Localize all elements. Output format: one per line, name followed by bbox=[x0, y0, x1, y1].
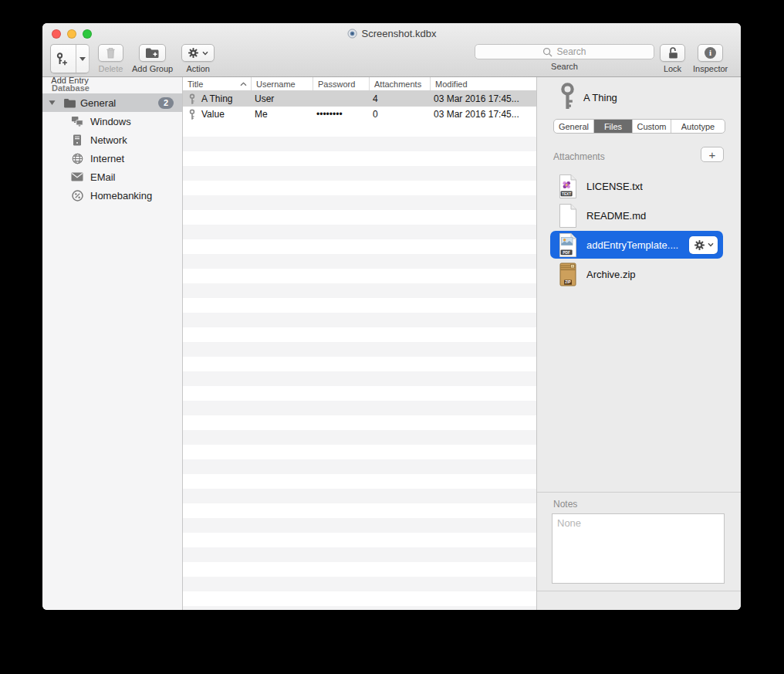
table-row-empty bbox=[183, 371, 536, 386]
inspector-bottom-divider bbox=[537, 591, 741, 591]
search-input[interactable]: Search bbox=[475, 44, 654, 59]
gear-icon bbox=[188, 47, 199, 59]
notes-divider bbox=[537, 492, 741, 493]
table-row[interactable]: A ThingUser403 Mar 2016 17:45... bbox=[183, 91, 536, 107]
svg-text:PDF: PDF bbox=[563, 250, 570, 254]
sort-asc-icon bbox=[240, 82, 247, 86]
table-row-empty bbox=[183, 591, 536, 606]
add-entry-dropdown-button[interactable] bbox=[76, 45, 89, 73]
delete-button[interactable] bbox=[98, 44, 123, 62]
folder-icon bbox=[63, 98, 76, 108]
table-row-empty bbox=[183, 562, 536, 577]
column-header-label: Password bbox=[318, 80, 355, 89]
sidebar: Database General2WindowsNetworkInternetE… bbox=[42, 77, 183, 610]
sidebar-item-general[interactable]: General2 bbox=[42, 93, 182, 112]
column-header-attachments[interactable]: Attachments bbox=[370, 77, 431, 90]
document-icon bbox=[347, 29, 357, 39]
zip-file-icon: ZIP bbox=[558, 262, 578, 286]
svg-text:TEXT: TEXT bbox=[562, 191, 571, 195]
tab-custom[interactable]: Custom bbox=[633, 120, 671, 133]
tab-files[interactable]: Files bbox=[594, 120, 633, 133]
sidebar-item-label: Windows bbox=[90, 116, 131, 127]
svg-text:ZIP: ZIP bbox=[565, 280, 571, 284]
attachment-row[interactable]: README.md bbox=[537, 201, 741, 230]
toolbar-item-label: Delete bbox=[99, 64, 123, 73]
zoom-button[interactable] bbox=[83, 29, 92, 39]
table-row-empty bbox=[183, 547, 536, 562]
lock-group: Lock bbox=[660, 44, 685, 73]
table-row-empty bbox=[183, 445, 536, 459]
table-row-empty bbox=[183, 342, 536, 357]
close-button[interactable] bbox=[52, 29, 61, 39]
globe-icon bbox=[71, 153, 83, 164]
entry-title: A Thing bbox=[201, 93, 232, 104]
entry-title: A Thing bbox=[583, 92, 617, 103]
table-row-empty bbox=[183, 254, 536, 269]
inspector-button[interactable]: i bbox=[698, 44, 723, 62]
toolbar-item-add-entry: Add Entry bbox=[50, 44, 90, 73]
table-row[interactable]: ValueMe••••••••003 Mar 2016 17:45... bbox=[183, 107, 536, 122]
key-icon bbox=[557, 83, 578, 110]
table-row-empty bbox=[183, 195, 536, 210]
add-attachment-button[interactable]: + bbox=[701, 147, 724, 162]
attachment-row[interactable]: PDFaddEntryTemplate.... bbox=[550, 231, 723, 259]
sidebar-item-email[interactable]: EMail bbox=[42, 168, 182, 186]
main-content: Database General2WindowsNetworkInternetE… bbox=[42, 77, 741, 610]
tab-autotype[interactable]: Autotype bbox=[671, 120, 725, 133]
caret-down-icon bbox=[79, 57, 86, 61]
minimize-button[interactable] bbox=[67, 29, 76, 39]
action-button[interactable] bbox=[181, 44, 215, 62]
toolbar-item-action: Action bbox=[181, 44, 215, 73]
entry-attachments-cell: 0 bbox=[370, 109, 431, 120]
sidebar-item-network[interactable]: Network bbox=[42, 130, 182, 149]
table-row-empty bbox=[183, 503, 536, 518]
table-body: A ThingUser403 Mar 2016 17:45...ValueMe•… bbox=[183, 91, 536, 610]
folder-plus-icon bbox=[145, 47, 160, 59]
server-icon bbox=[71, 134, 83, 146]
disclosure-triangle-icon[interactable] bbox=[49, 100, 56, 106]
entry-title-cell: A Thing bbox=[183, 93, 252, 105]
tab-general[interactable]: General bbox=[554, 120, 594, 133]
toolbar-item-add-group: Add Group bbox=[132, 44, 173, 73]
key-plus-icon bbox=[51, 45, 73, 73]
table-row-empty bbox=[183, 181, 536, 195]
table-row-empty bbox=[183, 166, 536, 181]
attachment-name: README.md bbox=[586, 210, 646, 222]
window-controls bbox=[52, 29, 92, 39]
search-toolbar-label: Search bbox=[551, 62, 578, 71]
entry-password-cell: •••••••• bbox=[313, 109, 370, 120]
column-header-title[interactable]: Title bbox=[183, 77, 252, 90]
trash-icon bbox=[105, 46, 117, 59]
group-tree: General2WindowsNetworkInternetEMailHomeb… bbox=[42, 93, 182, 205]
table-row-empty bbox=[183, 606, 536, 610]
table-row-empty bbox=[183, 239, 536, 254]
column-header-username[interactable]: Username bbox=[252, 77, 313, 90]
attachment-row[interactable]: TEXTLICENSE.txt bbox=[537, 171, 741, 201]
notes-field[interactable] bbox=[552, 513, 725, 584]
file-action-button[interactable] bbox=[689, 236, 718, 254]
attachment-row[interactable]: ZIPArchive.zip bbox=[537, 259, 741, 289]
lock-icon bbox=[667, 46, 679, 59]
add-entry-button[interactable] bbox=[50, 44, 90, 73]
entry-attachments-cell: 4 bbox=[370, 93, 431, 104]
column-header-password[interactable]: Password bbox=[313, 77, 370, 90]
table-row-empty bbox=[183, 401, 536, 415]
sidebar-item-homebanking[interactable]: Homebanking bbox=[42, 186, 182, 205]
sidebar-item-windows[interactable]: Windows bbox=[42, 112, 182, 130]
table-row-empty bbox=[183, 474, 536, 489]
entry-table: TitleUsernamePasswordAttachmentsModified… bbox=[183, 77, 536, 610]
svg-text:i: i bbox=[709, 48, 711, 57]
add-group-button[interactable] bbox=[139, 44, 166, 62]
lock-button[interactable] bbox=[660, 44, 685, 62]
window-chrome: Screenshot.kdbx Add EntryDeleteAdd Group… bbox=[42, 23, 741, 77]
search-icon bbox=[542, 47, 553, 57]
key-icon bbox=[188, 93, 196, 105]
windows-icon bbox=[71, 116, 83, 127]
attachment-list: TEXTLICENSE.txtREADME.mdPDFaddEntryTempl… bbox=[537, 171, 741, 289]
sidebar-item-internet[interactable]: Internet bbox=[42, 149, 182, 168]
table-row-empty bbox=[183, 313, 536, 327]
entry-title-cell: Value bbox=[183, 109, 252, 120]
column-header-modified[interactable]: Modified bbox=[431, 77, 536, 90]
table-row-empty bbox=[183, 386, 536, 401]
table-row-empty bbox=[183, 415, 536, 430]
